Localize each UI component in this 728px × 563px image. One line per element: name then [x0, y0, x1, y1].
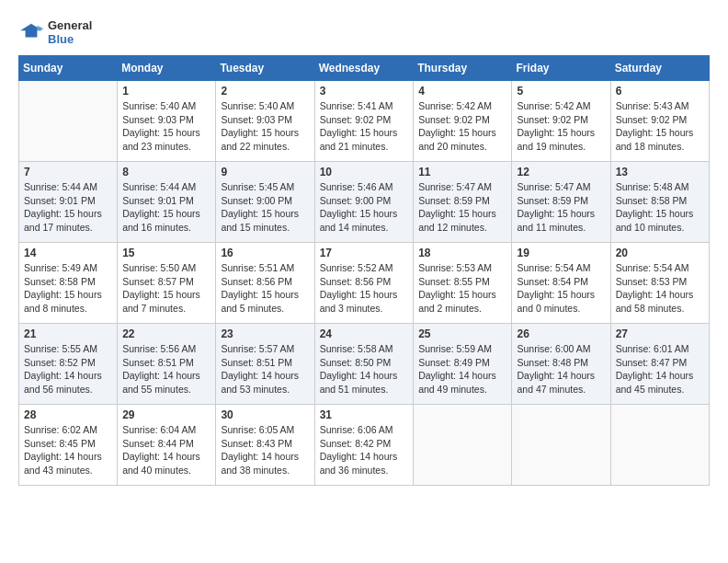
calendar-cell: 21Sunrise: 5:55 AMSunset: 8:52 PMDayligh…: [19, 324, 118, 405]
day-number: 10: [320, 166, 409, 178]
day-number: 13: [616, 166, 704, 178]
svg-marker-0: [20, 24, 42, 38]
calendar-cell: [512, 405, 610, 486]
calendar-cell: 8Sunrise: 5:44 AMSunset: 9:01 PMDaylight…: [118, 162, 216, 243]
column-header-tuesday: Tuesday: [216, 56, 314, 81]
day-number: 21: [24, 327, 112, 340]
calendar-cell: 16Sunrise: 5:51 AMSunset: 8:56 PMDayligh…: [216, 243, 314, 324]
day-number: 14: [24, 247, 112, 259]
day-number: 9: [221, 166, 309, 178]
day-info: Sunrise: 5:40 AMSunset: 9:03 PMDaylight:…: [221, 99, 309, 154]
day-number: 22: [122, 327, 210, 340]
column-header-thursday: Thursday: [414, 56, 512, 81]
calendar-cell: 29Sunrise: 6:04 AMSunset: 8:44 PMDayligh…: [118, 405, 216, 486]
day-number: 27: [616, 327, 704, 340]
logo-blue: Blue: [48, 32, 92, 46]
calendar-cell: 17Sunrise: 5:52 AMSunset: 8:56 PMDayligh…: [314, 243, 414, 324]
day-info: Sunrise: 5:56 AMSunset: 8:51 PMDaylight:…: [122, 342, 210, 396]
calendar-cell: 20Sunrise: 5:54 AMSunset: 8:53 PMDayligh…: [610, 243, 709, 324]
day-info: Sunrise: 5:46 AMSunset: 9:00 PMDaylight:…: [320, 180, 409, 235]
day-number: 23: [221, 327, 309, 340]
day-info: Sunrise: 5:53 AMSunset: 8:55 PMDaylight:…: [418, 261, 506, 316]
calendar-cell: 23Sunrise: 5:57 AMSunset: 8:51 PMDayligh…: [216, 324, 314, 405]
day-number: 11: [418, 166, 506, 178]
day-number: 24: [320, 327, 409, 340]
day-info: Sunrise: 5:42 AMSunset: 9:02 PMDaylight:…: [418, 99, 506, 154]
day-info: Sunrise: 5:41 AMSunset: 9:02 PMDaylight:…: [320, 99, 409, 154]
calendar-cell: 19Sunrise: 5:54 AMSunset: 8:54 PMDayligh…: [512, 243, 610, 324]
day-info: Sunrise: 5:50 AMSunset: 8:57 PMDaylight:…: [122, 261, 210, 316]
day-info: Sunrise: 5:44 AMSunset: 9:01 PMDaylight:…: [24, 180, 112, 235]
day-info: Sunrise: 6:02 AMSunset: 8:45 PMDaylight:…: [24, 423, 112, 477]
calendar-cell: 10Sunrise: 5:46 AMSunset: 9:00 PMDayligh…: [314, 162, 414, 243]
day-number: 12: [517, 166, 605, 178]
day-number: 4: [418, 85, 506, 98]
day-info: Sunrise: 5:44 AMSunset: 9:01 PMDaylight:…: [122, 180, 210, 235]
calendar-cell: 12Sunrise: 5:47 AMSunset: 8:59 PMDayligh…: [512, 162, 610, 243]
day-number: 31: [320, 408, 409, 421]
day-info: Sunrise: 6:01 AMSunset: 8:47 PMDaylight:…: [616, 342, 704, 396]
day-info: Sunrise: 6:04 AMSunset: 8:44 PMDaylight:…: [122, 423, 210, 477]
calendar-cell: 13Sunrise: 5:48 AMSunset: 8:58 PMDayligh…: [610, 162, 709, 243]
column-header-sunday: Sunday: [19, 56, 118, 81]
day-number: 30: [221, 408, 309, 421]
day-info: Sunrise: 5:47 AMSunset: 8:59 PMDaylight:…: [418, 180, 506, 235]
calendar-cell: 14Sunrise: 5:49 AMSunset: 8:58 PMDayligh…: [19, 243, 118, 324]
calendar-cell: 27Sunrise: 6:01 AMSunset: 8:47 PMDayligh…: [610, 324, 709, 405]
day-info: Sunrise: 5:57 AMSunset: 8:51 PMDaylight:…: [221, 342, 309, 396]
day-number: 18: [418, 247, 506, 259]
calendar-cell: 15Sunrise: 5:50 AMSunset: 8:57 PMDayligh…: [118, 243, 216, 324]
day-info: Sunrise: 5:59 AMSunset: 8:49 PMDaylight:…: [418, 342, 506, 396]
calendar-cell: 24Sunrise: 5:58 AMSunset: 8:50 PMDayligh…: [314, 324, 414, 405]
day-number: 19: [517, 247, 605, 259]
day-number: 28: [24, 408, 112, 421]
day-info: Sunrise: 6:05 AMSunset: 8:43 PMDaylight:…: [221, 423, 309, 477]
day-info: Sunrise: 5:51 AMSunset: 8:56 PMDaylight:…: [221, 261, 309, 316]
calendar-table: SundayMondayTuesdayWednesdayThursdayFrid…: [18, 55, 710, 486]
day-number: 20: [616, 247, 704, 259]
calendar-cell: [19, 81, 118, 162]
day-info: Sunrise: 5:52 AMSunset: 8:56 PMDaylight:…: [320, 261, 409, 316]
day-number: 26: [517, 327, 605, 340]
day-number: 5: [517, 85, 605, 98]
day-number: 15: [122, 247, 210, 259]
calendar-cell: [610, 405, 709, 486]
logo-icon: [18, 22, 44, 42]
calendar-cell: 7Sunrise: 5:44 AMSunset: 9:01 PMDaylight…: [19, 162, 118, 243]
calendar-cell: 28Sunrise: 6:02 AMSunset: 8:45 PMDayligh…: [19, 405, 118, 486]
day-number: 7: [24, 166, 112, 178]
day-number: 6: [616, 85, 704, 98]
day-number: 17: [320, 247, 409, 259]
day-info: Sunrise: 5:45 AMSunset: 9:00 PMDaylight:…: [221, 180, 309, 235]
calendar-cell: 22Sunrise: 5:56 AMSunset: 8:51 PMDayligh…: [118, 324, 216, 405]
calendar-cell: 4Sunrise: 5:42 AMSunset: 9:02 PMDaylight…: [414, 81, 512, 162]
calendar-cell: 26Sunrise: 6:00 AMSunset: 8:48 PMDayligh…: [512, 324, 610, 405]
calendar-cell: 9Sunrise: 5:45 AMSunset: 9:00 PMDaylight…: [216, 162, 314, 243]
day-info: Sunrise: 5:58 AMSunset: 8:50 PMDaylight:…: [320, 342, 409, 396]
calendar-cell: 2Sunrise: 5:40 AMSunset: 9:03 PMDaylight…: [216, 81, 314, 162]
column-header-wednesday: Wednesday: [314, 56, 414, 81]
day-info: Sunrise: 6:06 AMSunset: 8:42 PMDaylight:…: [320, 423, 409, 477]
day-info: Sunrise: 5:43 AMSunset: 9:02 PMDaylight:…: [616, 99, 704, 154]
day-info: Sunrise: 6:00 AMSunset: 8:48 PMDaylight:…: [517, 342, 605, 396]
column-header-saturday: Saturday: [610, 56, 709, 81]
day-info: Sunrise: 5:49 AMSunset: 8:58 PMDaylight:…: [24, 261, 112, 316]
calendar-cell: 3Sunrise: 5:41 AMSunset: 9:02 PMDaylight…: [314, 81, 414, 162]
column-header-monday: Monday: [118, 56, 216, 81]
calendar-cell: [414, 405, 512, 486]
calendar-cell: 5Sunrise: 5:42 AMSunset: 9:02 PMDaylight…: [512, 81, 610, 162]
day-number: 3: [320, 85, 409, 98]
calendar-cell: 25Sunrise: 5:59 AMSunset: 8:49 PMDayligh…: [414, 324, 512, 405]
day-number: 1: [122, 85, 210, 98]
calendar-cell: 31Sunrise: 6:06 AMSunset: 8:42 PMDayligh…: [314, 405, 414, 486]
column-header-friday: Friday: [512, 56, 610, 81]
day-info: Sunrise: 5:42 AMSunset: 9:02 PMDaylight:…: [517, 99, 605, 154]
logo-general: General: [48, 18, 92, 32]
day-number: 29: [122, 408, 210, 421]
day-number: 2: [221, 85, 309, 98]
day-info: Sunrise: 5:54 AMSunset: 8:53 PMDaylight:…: [616, 261, 704, 316]
day-number: 8: [122, 166, 210, 178]
day-info: Sunrise: 5:48 AMSunset: 8:58 PMDaylight:…: [616, 180, 704, 235]
calendar-cell: 30Sunrise: 6:05 AMSunset: 8:43 PMDayligh…: [216, 405, 314, 486]
logo: General Blue: [18, 18, 92, 46]
